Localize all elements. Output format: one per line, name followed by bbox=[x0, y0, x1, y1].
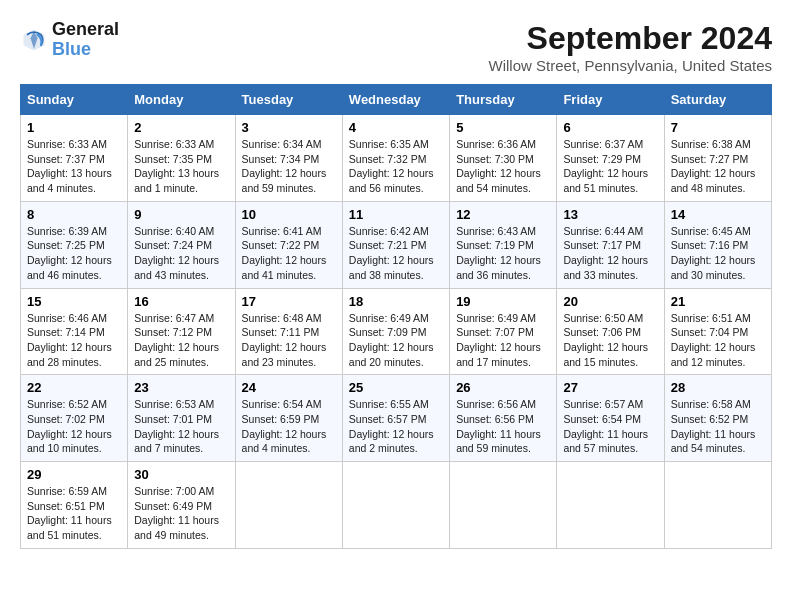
day-info: Sunrise: 6:53 AMSunset: 7:01 PMDaylight:… bbox=[134, 397, 228, 456]
table-row: 19Sunrise: 6:49 AMSunset: 7:07 PMDayligh… bbox=[450, 288, 557, 375]
day-info: Sunrise: 6:58 AMSunset: 6:52 PMDaylight:… bbox=[671, 397, 765, 456]
logo-text: GeneralBlue bbox=[52, 20, 119, 60]
day-number: 10 bbox=[242, 207, 336, 222]
day-info: Sunrise: 6:50 AMSunset: 7:06 PMDaylight:… bbox=[563, 311, 657, 370]
day-number: 30 bbox=[134, 467, 228, 482]
table-row: 22Sunrise: 6:52 AMSunset: 7:02 PMDayligh… bbox=[21, 375, 128, 462]
table-row: 29Sunrise: 6:59 AMSunset: 6:51 PMDayligh… bbox=[21, 462, 128, 549]
table-row: 14Sunrise: 6:45 AMSunset: 7:16 PMDayligh… bbox=[664, 201, 771, 288]
calendar-header-row: Sunday Monday Tuesday Wednesday Thursday… bbox=[21, 85, 772, 115]
day-info: Sunrise: 6:56 AMSunset: 6:56 PMDaylight:… bbox=[456, 397, 550, 456]
day-info: Sunrise: 6:39 AMSunset: 7:25 PMDaylight:… bbox=[27, 224, 121, 283]
day-info: Sunrise: 6:38 AMSunset: 7:27 PMDaylight:… bbox=[671, 137, 765, 196]
day-number: 7 bbox=[671, 120, 765, 135]
day-info: Sunrise: 6:46 AMSunset: 7:14 PMDaylight:… bbox=[27, 311, 121, 370]
table-row: 2Sunrise: 6:33 AMSunset: 7:35 PMDaylight… bbox=[128, 115, 235, 202]
table-row: 10Sunrise: 6:41 AMSunset: 7:22 PMDayligh… bbox=[235, 201, 342, 288]
table-row: 20Sunrise: 6:50 AMSunset: 7:06 PMDayligh… bbox=[557, 288, 664, 375]
logo: GeneralBlue bbox=[20, 20, 119, 60]
col-wednesday: Wednesday bbox=[342, 85, 449, 115]
day-number: 4 bbox=[349, 120, 443, 135]
day-number: 9 bbox=[134, 207, 228, 222]
col-monday: Monday bbox=[128, 85, 235, 115]
day-number: 29 bbox=[27, 467, 121, 482]
day-info: Sunrise: 6:59 AMSunset: 6:51 PMDaylight:… bbox=[27, 484, 121, 543]
table-row: 30Sunrise: 7:00 AMSunset: 6:49 PMDayligh… bbox=[128, 462, 235, 549]
day-info: Sunrise: 6:35 AMSunset: 7:32 PMDaylight:… bbox=[349, 137, 443, 196]
day-info: Sunrise: 6:33 AMSunset: 7:37 PMDaylight:… bbox=[27, 137, 121, 196]
day-number: 11 bbox=[349, 207, 443, 222]
day-number: 25 bbox=[349, 380, 443, 395]
table-row: 7Sunrise: 6:38 AMSunset: 7:27 PMDaylight… bbox=[664, 115, 771, 202]
day-number: 27 bbox=[563, 380, 657, 395]
day-number: 1 bbox=[27, 120, 121, 135]
day-info: Sunrise: 6:55 AMSunset: 6:57 PMDaylight:… bbox=[349, 397, 443, 456]
day-info: Sunrise: 6:52 AMSunset: 7:02 PMDaylight:… bbox=[27, 397, 121, 456]
day-number: 8 bbox=[27, 207, 121, 222]
day-info: Sunrise: 6:36 AMSunset: 7:30 PMDaylight:… bbox=[456, 137, 550, 196]
day-info: Sunrise: 6:43 AMSunset: 7:19 PMDaylight:… bbox=[456, 224, 550, 283]
table-row: 11Sunrise: 6:42 AMSunset: 7:21 PMDayligh… bbox=[342, 201, 449, 288]
table-row: 3Sunrise: 6:34 AMSunset: 7:34 PMDaylight… bbox=[235, 115, 342, 202]
title-section: September 2024 Willow Street, Pennsylvan… bbox=[489, 20, 772, 74]
table-row: 27Sunrise: 6:57 AMSunset: 6:54 PMDayligh… bbox=[557, 375, 664, 462]
day-info: Sunrise: 6:54 AMSunset: 6:59 PMDaylight:… bbox=[242, 397, 336, 456]
calendar-subtitle: Willow Street, Pennsylvania, United Stat… bbox=[489, 57, 772, 74]
day-info: Sunrise: 6:34 AMSunset: 7:34 PMDaylight:… bbox=[242, 137, 336, 196]
day-number: 16 bbox=[134, 294, 228, 309]
calendar-week-row: 29Sunrise: 6:59 AMSunset: 6:51 PMDayligh… bbox=[21, 462, 772, 549]
day-number: 18 bbox=[349, 294, 443, 309]
table-row: 1Sunrise: 6:33 AMSunset: 7:37 PMDaylight… bbox=[21, 115, 128, 202]
table-row bbox=[342, 462, 449, 549]
day-number: 17 bbox=[242, 294, 336, 309]
day-info: Sunrise: 7:00 AMSunset: 6:49 PMDaylight:… bbox=[134, 484, 228, 543]
day-number: 26 bbox=[456, 380, 550, 395]
day-info: Sunrise: 6:48 AMSunset: 7:11 PMDaylight:… bbox=[242, 311, 336, 370]
table-row: 12Sunrise: 6:43 AMSunset: 7:19 PMDayligh… bbox=[450, 201, 557, 288]
table-row bbox=[235, 462, 342, 549]
col-thursday: Thursday bbox=[450, 85, 557, 115]
day-info: Sunrise: 6:51 AMSunset: 7:04 PMDaylight:… bbox=[671, 311, 765, 370]
col-friday: Friday bbox=[557, 85, 664, 115]
day-number: 21 bbox=[671, 294, 765, 309]
table-row: 16Sunrise: 6:47 AMSunset: 7:12 PMDayligh… bbox=[128, 288, 235, 375]
calendar-table: Sunday Monday Tuesday Wednesday Thursday… bbox=[20, 84, 772, 549]
table-row: 17Sunrise: 6:48 AMSunset: 7:11 PMDayligh… bbox=[235, 288, 342, 375]
table-row: 9Sunrise: 6:40 AMSunset: 7:24 PMDaylight… bbox=[128, 201, 235, 288]
table-row: 24Sunrise: 6:54 AMSunset: 6:59 PMDayligh… bbox=[235, 375, 342, 462]
day-info: Sunrise: 6:37 AMSunset: 7:29 PMDaylight:… bbox=[563, 137, 657, 196]
table-row: 25Sunrise: 6:55 AMSunset: 6:57 PMDayligh… bbox=[342, 375, 449, 462]
day-info: Sunrise: 6:41 AMSunset: 7:22 PMDaylight:… bbox=[242, 224, 336, 283]
table-row: 23Sunrise: 6:53 AMSunset: 7:01 PMDayligh… bbox=[128, 375, 235, 462]
table-row: 4Sunrise: 6:35 AMSunset: 7:32 PMDaylight… bbox=[342, 115, 449, 202]
day-info: Sunrise: 6:45 AMSunset: 7:16 PMDaylight:… bbox=[671, 224, 765, 283]
col-sunday: Sunday bbox=[21, 85, 128, 115]
day-number: 24 bbox=[242, 380, 336, 395]
table-row bbox=[450, 462, 557, 549]
day-info: Sunrise: 6:47 AMSunset: 7:12 PMDaylight:… bbox=[134, 311, 228, 370]
day-number: 19 bbox=[456, 294, 550, 309]
page-header: GeneralBlue September 2024 Willow Street… bbox=[20, 20, 772, 74]
day-number: 28 bbox=[671, 380, 765, 395]
day-number: 22 bbox=[27, 380, 121, 395]
col-saturday: Saturday bbox=[664, 85, 771, 115]
day-number: 23 bbox=[134, 380, 228, 395]
table-row bbox=[557, 462, 664, 549]
day-number: 5 bbox=[456, 120, 550, 135]
day-info: Sunrise: 6:49 AMSunset: 7:07 PMDaylight:… bbox=[456, 311, 550, 370]
calendar-week-row: 1Sunrise: 6:33 AMSunset: 7:37 PMDaylight… bbox=[21, 115, 772, 202]
day-info: Sunrise: 6:44 AMSunset: 7:17 PMDaylight:… bbox=[563, 224, 657, 283]
table-row: 15Sunrise: 6:46 AMSunset: 7:14 PMDayligh… bbox=[21, 288, 128, 375]
day-number: 14 bbox=[671, 207, 765, 222]
table-row: 28Sunrise: 6:58 AMSunset: 6:52 PMDayligh… bbox=[664, 375, 771, 462]
day-number: 20 bbox=[563, 294, 657, 309]
day-number: 13 bbox=[563, 207, 657, 222]
table-row: 13Sunrise: 6:44 AMSunset: 7:17 PMDayligh… bbox=[557, 201, 664, 288]
day-number: 12 bbox=[456, 207, 550, 222]
day-number: 2 bbox=[134, 120, 228, 135]
day-number: 15 bbox=[27, 294, 121, 309]
calendar-week-row: 22Sunrise: 6:52 AMSunset: 7:02 PMDayligh… bbox=[21, 375, 772, 462]
table-row: 26Sunrise: 6:56 AMSunset: 6:56 PMDayligh… bbox=[450, 375, 557, 462]
day-info: Sunrise: 6:42 AMSunset: 7:21 PMDaylight:… bbox=[349, 224, 443, 283]
table-row: 6Sunrise: 6:37 AMSunset: 7:29 PMDaylight… bbox=[557, 115, 664, 202]
